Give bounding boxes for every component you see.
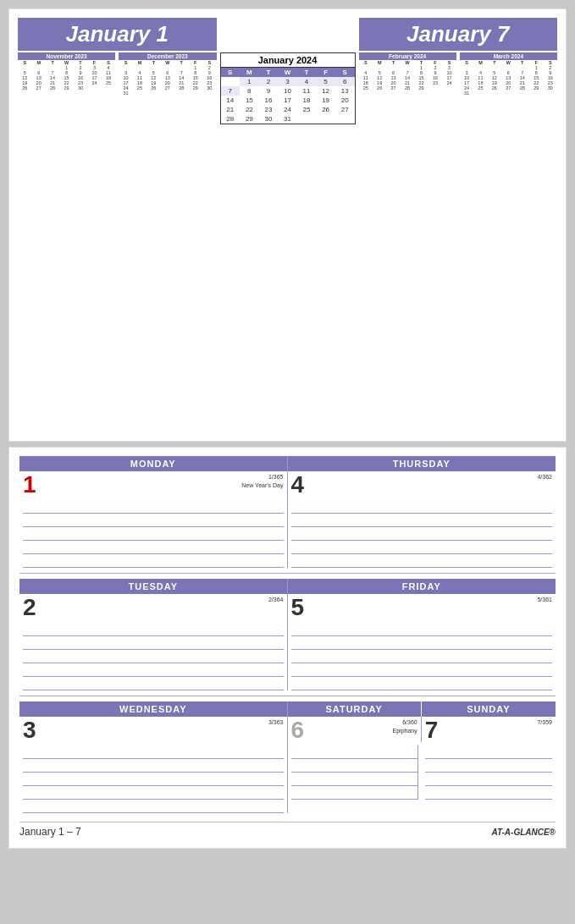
brand-label: AT-A-GLANCE® (491, 828, 556, 837)
wednesday-number-row: 3 3/363 (19, 717, 287, 742)
tuesday-number-row: 2 2/364 (19, 594, 287, 619)
next-months: February 2024 SMTWTFS 123 45678910 11121… (359, 52, 558, 124)
dec-title: December 2023 (119, 52, 216, 60)
week-range: January 1 – 7 (19, 826, 81, 838)
thursday-number: 4 (291, 473, 305, 497)
saturday-lines (291, 745, 418, 800)
saturday-number: 6 (291, 718, 305, 742)
notes-area (18, 128, 557, 432)
wednesday-cell: WEDNESDAY 3 3/363 (19, 701, 288, 813)
wednesday-meta: 3/363 (268, 718, 284, 727)
monday-number-row: 1 1/365 New Year's Day (19, 471, 287, 497)
thursday-lines (291, 500, 553, 568)
tuesday-cell: TUESDAY 2 2/364 (19, 579, 288, 690)
saturday-meta: 6/360 Epiphany (393, 718, 417, 735)
december-2023-cal: December 2023 SMTWTFS 12 3456789 1011121… (119, 52, 216, 124)
monday-meta: 1/365 New Year's Day (241, 473, 283, 490)
thursday-header: THURSDAY (288, 456, 556, 471)
saturday-number-area: 6 6/360 Epiphany (288, 717, 422, 742)
tuesday-number: 2 (23, 596, 36, 619)
friday-cell: FRIDAY 5 5/361 (288, 579, 556, 690)
tuesday-header: TUESDAY (19, 579, 287, 594)
prev-months: November 2023 SMTWTFS 1234 567891011 121… (18, 52, 217, 124)
jan-2024-title: January 2024 (221, 53, 355, 68)
monday-lines (23, 500, 284, 568)
tuesday-meta: 2/364 (268, 596, 284, 604)
thursday-cell: THURSDAY 4 4/362 (288, 456, 556, 568)
week-end-title: January 7 (359, 18, 558, 51)
wednesday-header: WEDNESDAY (19, 701, 287, 717)
bottom-page: MONDAY 1 1/365 New Year's Day THURSDAY 4 (8, 447, 567, 849)
friday-number-row: 5 5/361 (288, 594, 556, 619)
thursday-meta: 4/362 (537, 473, 552, 481)
thursday-number-row: 4 4/362 (288, 471, 556, 497)
march-2024-cal: March 2024 SMTWTFS 12 3456789 1011121314… (460, 52, 557, 124)
sunday-meta: 7/359 (537, 718, 552, 727)
friday-header: FRIDAY (288, 579, 556, 594)
friday-number: 5 (291, 596, 305, 619)
sunday-header: SUNDAY (422, 701, 556, 717)
wednesday-number: 3 (23, 718, 36, 742)
sunday-number-area: 7 7/359 (422, 717, 556, 742)
top-page: January 1 January 7 November 2023 SMTWTF… (8, 8, 567, 442)
saturday-header: SATURDAY (288, 701, 422, 717)
calendar-row: November 2023 SMTWTFS 1234 567891011 121… (18, 52, 557, 124)
monday-cell: MONDAY 1 1/365 New Year's Day (19, 456, 288, 568)
february-2024-cal: February 2024 SMTWTFS 123 45678910 11121… (359, 52, 456, 124)
sunday-lines (425, 745, 552, 800)
week-start-title: January 1 (18, 18, 217, 51)
mar-title: March 2024 (460, 52, 557, 60)
november-2023-cal: November 2023 SMTWTFS 1234 567891011 121… (18, 52, 115, 124)
monday-number: 1 (23, 473, 36, 497)
friday-lines (291, 623, 553, 690)
friday-meta: 5/361 (537, 596, 552, 604)
feb-title: February 2024 (359, 52, 456, 60)
january-2024-cal: January 2024 SMTWTFS 123456 78910111213 … (220, 52, 356, 124)
nov-title: November 2023 (18, 52, 115, 60)
monday-header: MONDAY (19, 456, 287, 471)
weekend-cell: SATURDAY SUNDAY 6 6/360 Epiphany (288, 701, 556, 813)
sunday-number: 7 (425, 718, 439, 742)
bottom-footer: January 1 – 7 AT-A-GLANCE® (19, 822, 556, 838)
wednesday-lines (23, 745, 284, 813)
tuesday-lines (23, 623, 284, 690)
big-title-row: January 1 January 7 (18, 18, 557, 51)
